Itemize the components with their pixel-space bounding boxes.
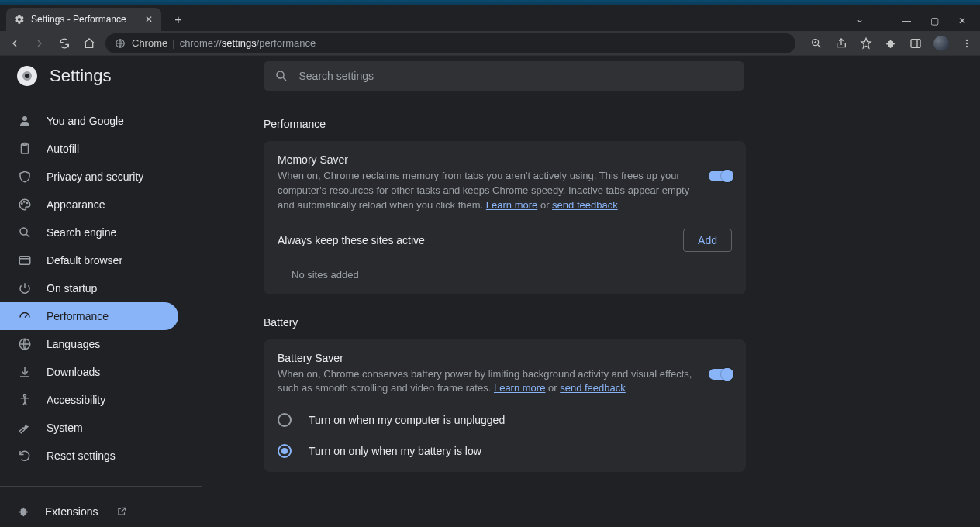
radio-low-battery-row[interactable]: Turn on only when my battery is low <box>278 444 732 458</box>
sidebar-item-privacy[interactable]: Privacy and security <box>0 163 178 191</box>
search-settings-input[interactable]: Search settings <box>264 61 744 91</box>
power-icon <box>17 281 33 296</box>
sidebar-item-performance[interactable]: Performance <box>0 302 178 330</box>
wrench-icon <box>17 420 33 436</box>
new-tab-button[interactable]: + <box>167 9 189 31</box>
svg-rect-2 <box>911 39 920 47</box>
sidebar-item-label: Appearance <box>47 198 105 211</box>
globe-icon <box>17 336 33 352</box>
sidebar-item-languages[interactable]: Languages <box>0 330 178 358</box>
sidebar-extensions-label: Extensions <box>45 505 98 518</box>
svg-point-6 <box>277 71 284 78</box>
always-active-label: Always keep these sites active <box>278 234 425 246</box>
home-button[interactable] <box>81 35 98 52</box>
zoom-icon[interactable] <box>809 36 823 50</box>
omnibox-url-prefix: chrome:// <box>180 37 222 49</box>
search-icon <box>17 225 33 240</box>
svg-point-16 <box>24 394 26 397</box>
share-icon[interactable] <box>834 36 848 50</box>
external-link-icon <box>116 506 127 517</box>
sidebar-item-accessibility[interactable]: Accessibility <box>0 386 178 414</box>
sidebar-item-system[interactable]: System <box>0 414 178 442</box>
sidebar-item-label: Reset settings <box>47 450 116 462</box>
sidebar-item-you-and-google[interactable]: You and Google <box>0 107 178 135</box>
minimize-button[interactable]: — <box>893 12 920 29</box>
reset-icon <box>17 448 33 463</box>
forward-button[interactable] <box>31 35 48 52</box>
omnibox-product: Chrome <box>132 37 167 49</box>
radio-unplugged[interactable] <box>278 413 292 427</box>
sidebar-item-default-browser[interactable]: Default browser <box>0 246 178 274</box>
page-title: Settings <box>50 66 112 86</box>
section-title-battery: Battery <box>264 316 746 329</box>
memory-saver-title: Memory Saver <box>278 153 693 166</box>
sidebar-item-label: Accessibility <box>47 394 105 406</box>
send-feedback-link[interactable]: send feedback <box>552 199 618 211</box>
profile-avatar[interactable] <box>933 36 949 51</box>
sidebar-item-label: Performance <box>47 310 109 322</box>
svg-point-3 <box>966 39 968 40</box>
tab-title: Settings - Performance <box>31 14 136 25</box>
shield-icon <box>17 169 33 184</box>
or-text: or <box>545 382 560 394</box>
sidebar-item-extensions[interactable]: Extensions <box>0 496 202 527</box>
sidebar-item-downloads[interactable]: Downloads <box>0 358 178 386</box>
gear-icon <box>14 14 25 25</box>
omnibox-url-bold: settings <box>222 37 257 49</box>
settings-content: Performance Memory Saver When on, Chrome… <box>202 96 980 527</box>
sidepanel-icon[interactable] <box>909 36 923 50</box>
browser-tab[interactable]: Settings - Performance ✕ <box>6 8 161 31</box>
omnibox-sep: | <box>172 37 174 49</box>
settings-sidebar: You and Google Autofill Privacy and secu… <box>0 96 202 527</box>
radio-unplugged-label: Turn on when my computer is unplugged <box>309 414 505 426</box>
search-placeholder: Search settings <box>299 70 374 82</box>
settings-header: Settings Search settings <box>0 56 980 96</box>
add-site-button[interactable]: Add <box>683 229 732 252</box>
sidebar-item-reset[interactable]: Reset settings <box>0 442 178 470</box>
extensions-icon[interactable] <box>884 36 898 50</box>
bookmark-icon[interactable] <box>859 36 873 50</box>
sidebar-item-label: On startup <box>47 282 97 294</box>
window-controls: — ▢ ✕ <box>893 12 975 29</box>
close-window-button[interactable]: ✕ <box>949 12 975 29</box>
search-icon <box>274 69 288 83</box>
svg-point-4 <box>966 42 968 43</box>
radio-low-battery[interactable] <box>278 444 292 458</box>
puzzle-icon <box>17 505 31 518</box>
sidebar-item-label: Languages <box>47 338 100 350</box>
browser-toolbar: Chrome | chrome://settings/performance <box>0 31 980 56</box>
battery-saver-desc: When on, Chrome conserves battery power … <box>278 367 693 397</box>
reload-button[interactable] <box>56 35 73 52</box>
learn-more-link[interactable]: Learn more <box>486 199 537 211</box>
site-info-icon <box>115 38 126 49</box>
tabs-dropdown-button[interactable]: ⌄ <box>856 14 864 25</box>
memory-saver-toggle[interactable] <box>709 170 732 181</box>
sidebar-item-label: Default browser <box>47 254 122 267</box>
memory-saver-desc: When on, Chrome reclaims memory from tab… <box>278 169 693 213</box>
menu-button[interactable] <box>960 36 974 50</box>
clipboard-icon <box>17 141 33 157</box>
svg-rect-14 <box>19 257 30 265</box>
sidebar-item-autofill[interactable]: Autofill <box>0 135 178 163</box>
maximize-button[interactable]: ▢ <box>921 12 947 29</box>
learn-more-link[interactable]: Learn more <box>494 382 545 394</box>
sidebar-item-label: System <box>47 422 83 434</box>
radio-unplugged-row[interactable]: Turn on when my computer is unplugged <box>278 413 732 427</box>
address-bar[interactable]: Chrome | chrome://settings/performance <box>105 33 795 53</box>
back-button[interactable] <box>6 35 23 52</box>
sidebar-item-on-startup[interactable]: On startup <box>0 274 178 302</box>
browser-icon <box>17 253 33 268</box>
battery-saver-toggle[interactable] <box>709 369 732 380</box>
svg-point-10 <box>22 203 23 205</box>
download-icon <box>17 364 33 380</box>
send-feedback-link[interactable]: send feedback <box>560 382 626 394</box>
sidebar-item-appearance[interactable]: Appearance <box>0 191 178 219</box>
sidebar-item-label: You and Google <box>47 115 124 127</box>
svg-point-12 <box>26 202 28 204</box>
no-sites-text: No sites added <box>292 269 732 281</box>
sidebar-item-search-engine[interactable]: Search engine <box>0 219 178 246</box>
svg-point-11 <box>24 202 26 203</box>
memory-saver-card: Memory Saver When on, Chrome reclaims me… <box>264 141 746 294</box>
close-tab-button[interactable]: ✕ <box>143 13 155 26</box>
tab-strip: Settings - Performance ✕ + ⌄ — ▢ ✕ <box>0 5 980 31</box>
